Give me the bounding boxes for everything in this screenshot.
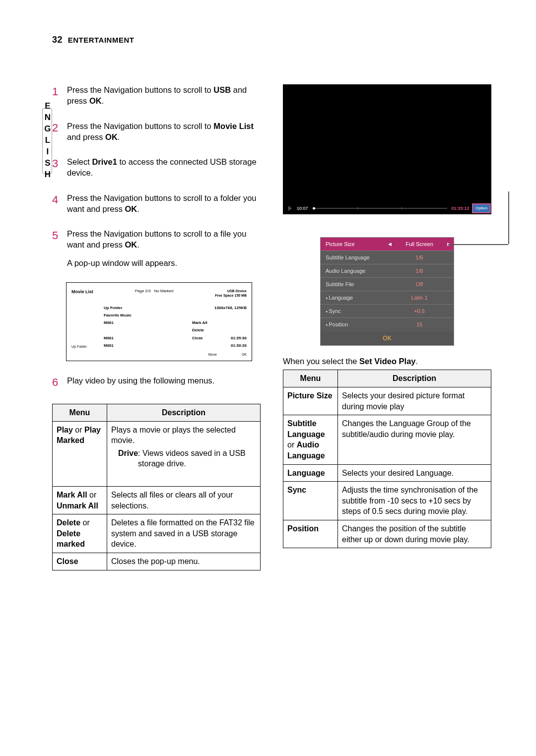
steps-list: 1Press the Navigation buttons to scroll … <box>52 84 261 570</box>
step-3: 3Select Drive1 to access the connected U… <box>52 156 261 179</box>
table-row: SyncAdjusts the time synchronisation of … <box>283 482 491 520</box>
section-title: ENTERTAINMENT <box>68 36 134 44</box>
language-tab: ENGLISH <box>42 108 52 174</box>
right-column: 10:07 01:33:12 Option Picture Size◀Full … <box>283 84 491 548</box>
progress-bar <box>313 208 448 209</box>
table-row: Picture SizeSelects your desired picture… <box>283 387 491 415</box>
ml-page: Page 2/3 No Marked <box>135 289 174 294</box>
ml-right: 1366x768, 125KB Mark AllDelete Close01:3… <box>192 304 247 349</box>
step-body: Press the Navigation buttons to scroll t… <box>67 192 261 215</box>
option-label: Picture Size <box>321 241 385 248</box>
option-value: Off <box>385 281 454 288</box>
set-video-play-caption: When you select the Set Video Play. <box>283 356 491 367</box>
table-row: PositionChanges the position of the subt… <box>283 520 491 548</box>
table-row: LanguageSelects your desired Language. <box>283 464 491 482</box>
step-2: 2Press the Navigation buttons to scroll … <box>52 121 261 143</box>
table-row: Mark All or Unmark All <box>53 487 107 514</box>
left-column: 1Press the Navigation buttons to scroll … <box>52 84 261 584</box>
step-5: 5Press the Navigation buttons to scroll … <box>52 228 261 268</box>
movie-list-box: Movie List Page 2/3 No Marked USB Device… <box>66 282 252 361</box>
step-body: Press the Navigation buttons to scroll t… <box>67 228 261 268</box>
option-value: Latin 1 <box>385 294 454 302</box>
th-desc: Description <box>338 370 491 387</box>
ml-left: Up Folder <box>71 304 104 349</box>
ml-title: Movie List <box>71 289 93 295</box>
option-value: 1/6 <box>385 254 454 261</box>
step-body: Play video by using the following menus. <box>67 375 261 390</box>
option-value: ◀Full Screen▶ <box>385 241 454 248</box>
step-number: 6 <box>52 375 67 390</box>
option-row[interactable]: Position15 <box>321 318 454 331</box>
step-1: 1Press the Navigation buttons to scroll … <box>52 84 261 107</box>
option-row[interactable]: Sync+0.5 <box>321 305 454 318</box>
ml-mid: Up FolderFavorite MusicM001 M001M001 <box>104 304 192 349</box>
option-label: Subtitle File <box>321 281 385 288</box>
option-value: 15 <box>385 321 454 328</box>
step-number: 2 <box>52 121 67 143</box>
step-body: Press the Navigation buttons to scroll t… <box>67 121 261 143</box>
option-label: Language <box>321 294 385 302</box>
option-row[interactable]: Picture Size◀Full Screen▶ <box>321 238 454 251</box>
play-icon <box>288 206 292 211</box>
option-label: Subtitle Language <box>321 254 385 261</box>
time-elapsed: 10:07 <box>297 205 308 211</box>
table-row: Play or Play Marked <box>53 421 107 486</box>
option-row[interactable]: Subtitle Language1/6 <box>321 251 454 264</box>
table-row: Delete or Delete marked <box>53 514 107 553</box>
option-row[interactable]: LanguageLatin 1 <box>321 291 454 305</box>
ml-usb: USB Device <box>215 289 247 293</box>
page-number: 32 <box>52 35 63 45</box>
table-row: Close <box>53 553 107 570</box>
step-number: 4 <box>52 192 67 215</box>
option-label: Position <box>321 321 385 328</box>
callout-line-h <box>448 244 508 245</box>
timebar: 10:07 01:33:12 Option <box>283 203 491 214</box>
step-body: Select Drive1 to access the connected US… <box>67 156 261 179</box>
table-set-video-play: Menu Description Picture SizeSelects you… <box>283 370 491 548</box>
chevron-left-icon[interactable]: ◀ <box>388 241 392 247</box>
time-total: 01:33:12 <box>451 205 469 211</box>
step-number: 1 <box>52 84 67 107</box>
table-popup-menu: Menu Description Play or Play MarkedPlay… <box>52 404 261 570</box>
options-panel: Picture Size◀Full Screen▶Subtitle Langua… <box>320 237 454 346</box>
step-6: 6Play video by using the following menus… <box>52 375 261 390</box>
callout-line-v <box>508 191 509 244</box>
step-body: Press the Navigation buttons to scroll t… <box>67 84 261 107</box>
step-number: 5 <box>52 228 67 268</box>
th-menu: Menu <box>283 370 338 387</box>
option-label: Sync <box>321 308 385 315</box>
option-row[interactable]: Audio Language1/6 <box>321 264 454 278</box>
th-desc: Description <box>107 404 261 422</box>
option-button[interactable]: Option <box>472 203 491 214</box>
options-ok[interactable]: OK <box>321 331 454 345</box>
option-value: 1/6 <box>385 267 454 275</box>
option-value: +0.5 <box>385 308 454 315</box>
video-player-mock: 10:07 01:33:12 Option <box>283 84 491 214</box>
step-number: 3 <box>52 156 67 179</box>
page-header: 32 ENTERTAINMENT <box>52 34 134 46</box>
ml-free: Free Space 150 MB <box>215 293 247 298</box>
step-sub: A pop-up window will appears. <box>67 257 261 268</box>
step-4: 4Press the Navigation buttons to scroll … <box>52 192 261 215</box>
option-row[interactable]: Subtitle FileOff <box>321 278 454 291</box>
table-row: Subtitle Language or Audio LanguageChang… <box>283 415 491 464</box>
th-menu: Menu <box>53 404 107 422</box>
option-label: Audio Language <box>321 267 385 275</box>
